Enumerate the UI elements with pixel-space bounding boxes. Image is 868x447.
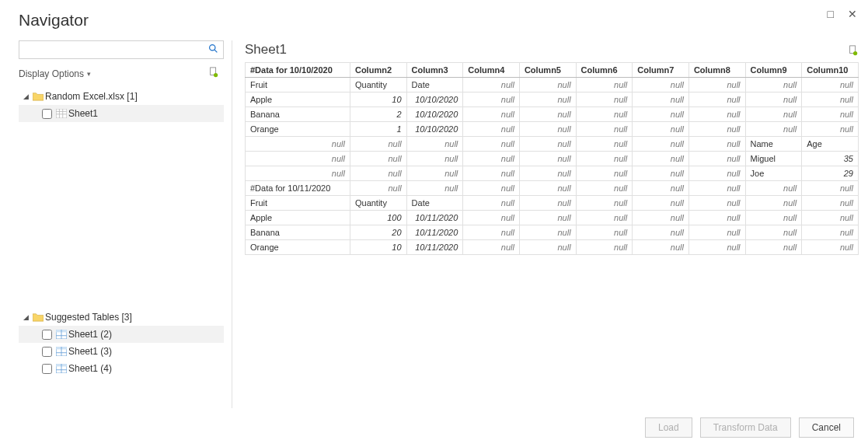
table-cell: null: [519, 240, 576, 255]
load-button[interactable]: Load: [645, 417, 692, 438]
table-cell: null: [633, 137, 689, 152]
table-column-header[interactable]: Column10: [802, 63, 859, 78]
table-cell: null: [519, 152, 576, 166]
table-row[interactable]: FruitQuantityDatenullnullnullnullnullnul…: [246, 78, 859, 93]
display-options-label: Display Options: [19, 68, 84, 79]
table-row[interactable]: Orange1010/11/2020nullnullnullnullnullnu…: [246, 240, 859, 255]
preview-title: Sheet1: [245, 42, 287, 58]
tree-file-node[interactable]: ◢ Random Excel.xlsx [1]: [19, 88, 224, 105]
table-cell: null: [519, 78, 576, 93]
table-cell: null: [688, 122, 745, 137]
table-cell: null: [463, 181, 520, 196]
table-column-header[interactable]: Column5: [519, 63, 576, 78]
table-cell: null: [633, 225, 689, 240]
table-cell: null: [802, 181, 859, 196]
table-cell: null: [688, 152, 745, 166]
table-cell: Age: [802, 137, 859, 152]
table-cell: Miguel: [745, 152, 802, 166]
tree-suggested-item[interactable]: Sheet1 (2): [19, 326, 224, 343]
table-cell: null: [406, 181, 463, 196]
table-cell: null: [688, 196, 745, 211]
maximize-icon[interactable]: □: [828, 8, 834, 20]
table-icon: [54, 364, 68, 373]
table-column-header[interactable]: Column6: [576, 63, 633, 78]
table-row[interactable]: #Data for 10/11/2020nullnullnullnullnull…: [246, 181, 859, 196]
table-cell: null: [576, 225, 633, 240]
table-cell: 10/10/2020: [406, 122, 463, 137]
preview-options-icon[interactable]: [848, 45, 859, 58]
table-row[interactable]: Apple1010/10/2020nullnullnullnullnullnul…: [246, 93, 859, 107]
table-row[interactable]: Banana210/10/2020nullnullnullnullnullnul…: [246, 107, 859, 122]
table-cell: Fruit: [246, 78, 350, 93]
table-cell: null: [576, 107, 633, 122]
table-cell: null: [406, 152, 463, 166]
table-cell: null: [350, 152, 406, 166]
table-row[interactable]: FruitQuantityDatenullnullnullnullnullnul…: [246, 196, 859, 211]
table-row[interactable]: Apple10010/11/2020nullnullnullnullnullnu…: [246, 211, 859, 225]
table-column-header[interactable]: Column7: [633, 63, 689, 78]
dialog-footer: Load Transform Data Cancel: [0, 408, 868, 447]
table-column-header[interactable]: Column4: [463, 63, 520, 78]
svg-point-22: [853, 51, 857, 54]
table-cell: null: [576, 152, 633, 166]
table-cell: null: [576, 122, 633, 137]
table-column-header[interactable]: Column3: [406, 63, 463, 78]
tree-suggested-item[interactable]: Sheet1 (3): [19, 343, 224, 360]
table-cell: null: [463, 196, 520, 211]
table-cell: null: [519, 211, 576, 225]
search-input[interactable]: [24, 44, 208, 56]
table-cell: null: [745, 78, 802, 93]
suggested-checkbox[interactable]: [42, 347, 52, 357]
suggested-checkbox[interactable]: [42, 364, 52, 374]
table-column-header[interactable]: Column8: [688, 63, 745, 78]
table-cell: null: [463, 78, 520, 93]
table-cell: 100: [350, 211, 406, 225]
table-cell: null: [745, 196, 802, 211]
table-cell: null: [576, 78, 633, 93]
table-cell: null: [463, 152, 520, 166]
transform-data-button[interactable]: Transform Data: [700, 417, 791, 438]
table-row[interactable]: nullnullnullnullnullnullnullnullJoe29: [246, 166, 859, 181]
tree-suggested-node[interactable]: ◢ Suggested Tables [3]: [19, 309, 224, 326]
table-cell: 29: [802, 166, 859, 181]
preview-table: #Data for 10/10/2020Column2Column3Column…: [245, 62, 859, 255]
table-cell: null: [463, 122, 520, 137]
table-header-row: #Data for 10/10/2020Column2Column3Column…: [246, 63, 859, 78]
table-column-header[interactable]: Column2: [350, 63, 406, 78]
tree-suggested-label: Suggested Tables [3]: [45, 312, 132, 323]
tree-sheet-node[interactable]: Sheet1: [19, 105, 224, 122]
table-cell: null: [688, 137, 745, 152]
close-icon[interactable]: ✕: [848, 8, 857, 20]
suggested-checkbox[interactable]: [42, 330, 52, 340]
table-column-header[interactable]: #Data for 10/10/2020: [246, 63, 350, 78]
tree-suggested-item[interactable]: Sheet1 (4): [19, 360, 224, 377]
table-column-header[interactable]: Column9: [745, 63, 802, 78]
display-options-dropdown[interactable]: Display Options ▾: [19, 68, 91, 79]
table-cell: null: [745, 107, 802, 122]
svg-rect-4: [56, 109, 67, 118]
table-cell: null: [802, 93, 859, 107]
refresh-icon[interactable]: [208, 67, 219, 80]
table-cell: null: [463, 93, 520, 107]
search-input-wrap[interactable]: [19, 40, 224, 59]
tree-file-label: Random Excel.xlsx [1]: [45, 91, 138, 102]
table-cell: 35: [802, 152, 859, 166]
cancel-button[interactable]: Cancel: [799, 417, 854, 438]
table-row[interactable]: Banana2010/11/2020nullnullnullnullnullnu…: [246, 225, 859, 240]
table-cell: null: [688, 225, 745, 240]
table-row[interactable]: nullnullnullnullnullnullnullnullNameAge: [246, 137, 859, 152]
table-cell: null: [519, 137, 576, 152]
search-icon[interactable]: [208, 44, 218, 56]
table-row[interactable]: nullnullnullnullnullnullnullnullMiguel35: [246, 152, 859, 166]
navigator-sidebar: Display Options ▾ ◢ Random Excel.xlsx [1…: [19, 40, 232, 408]
table-cell: null: [745, 122, 802, 137]
table-cell: null: [688, 211, 745, 225]
sheet-checkbox[interactable]: [42, 109, 52, 119]
table-cell: null: [246, 152, 350, 166]
table-cell: null: [688, 78, 745, 93]
table-cell: null: [633, 93, 689, 107]
folder-icon: [31, 313, 45, 322]
table-row[interactable]: Orange110/10/2020nullnullnullnullnullnul…: [246, 122, 859, 137]
table-cell: null: [633, 107, 689, 122]
table-cell: null: [633, 240, 689, 255]
